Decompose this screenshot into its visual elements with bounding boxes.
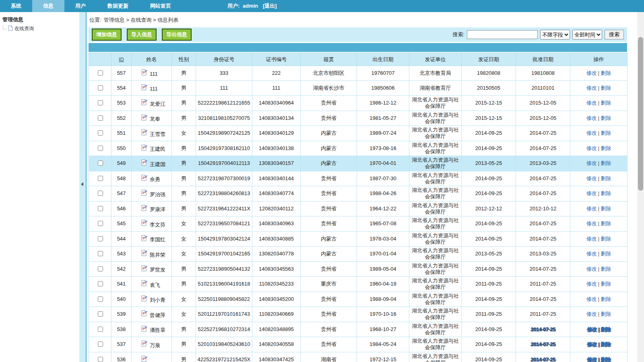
edit-link[interactable]: 修改 xyxy=(586,236,597,242)
edit-link[interactable]: 修改 xyxy=(586,115,597,121)
row-id-card: 150429197308162110 xyxy=(196,141,252,156)
row-checkbox[interactable] xyxy=(98,341,103,347)
row-checkbox[interactable] xyxy=(98,327,103,332)
row-checkbox[interactable] xyxy=(98,236,103,241)
row-checkbox[interactable] xyxy=(98,281,103,286)
row-checkbox[interactable] xyxy=(98,146,103,151)
delete-link[interactable]: 删除 xyxy=(601,85,611,91)
header-approve-date: 批准日期 xyxy=(516,53,570,66)
toolbar: 增加信息 导入信息 导出信息 搜索: 不限字段 全部时间 搜索 xyxy=(89,27,627,42)
edit-link[interactable]: 修改 xyxy=(586,206,597,212)
delete-link[interactable]: 删除 xyxy=(601,115,611,121)
delete-link[interactable]: 删除 xyxy=(601,160,611,166)
row-gender: 女 xyxy=(172,231,196,247)
sidebar-item-online-query[interactable]: 在线查询 xyxy=(0,25,79,32)
edit-link[interactable]: 修改 xyxy=(586,311,597,317)
row-id-card: 150429197004012113 xyxy=(196,156,252,171)
delete-link[interactable]: 删除 xyxy=(601,311,611,317)
sidebar-collapse-handle[interactable] xyxy=(79,12,87,362)
time-select[interactable]: 全部时间 xyxy=(572,30,602,39)
add-info-button[interactable]: 增加信息 xyxy=(92,29,122,41)
menu-item-system[interactable]: 系统 xyxy=(0,0,32,12)
edit-link[interactable]: 修改 xyxy=(586,85,597,91)
row-checkbox[interactable] xyxy=(98,221,103,226)
edit-link[interactable]: 修改 xyxy=(587,356,597,362)
row-issue-date: 2014-09-25 xyxy=(462,322,516,337)
edit-link[interactable]: 修改 xyxy=(586,145,597,151)
row-issue-date: 2014-09-25 xyxy=(462,141,516,156)
row-checkbox[interactable] xyxy=(98,130,103,136)
row-checkbox[interactable] xyxy=(98,85,103,90)
row-approve-date: 2013-03-25 xyxy=(516,156,570,171)
delete-link[interactable]: 删除 xyxy=(601,326,611,332)
row-cert-no: 140830340144 xyxy=(252,171,301,186)
edit-link[interactable]: 修改 xyxy=(586,281,597,287)
row-checkbox[interactable] xyxy=(98,100,103,105)
edit-link[interactable]: 修改 xyxy=(586,251,597,257)
row-checkbox[interactable] xyxy=(98,266,103,272)
edit-document-icon xyxy=(141,114,147,122)
import-info-button[interactable]: 导入信息 xyxy=(127,29,157,41)
row-id-card: 520103198405243610 xyxy=(196,337,252,352)
header-id-sort[interactable]: ID xyxy=(119,56,124,62)
delete-link[interactable]: 删除 xyxy=(601,251,611,257)
delete-link[interactable]: 删除 xyxy=(601,206,611,212)
delete-link[interactable]: 删除 xyxy=(601,236,611,242)
row-name: 李国红 xyxy=(150,237,165,243)
delete-link[interactable]: 删除 xyxy=(601,341,611,347)
scrollbar-thumb[interactable] xyxy=(638,37,643,191)
edit-link[interactable]: 修改 xyxy=(586,175,597,181)
row-id-card: 150429198907242125 xyxy=(196,126,252,141)
logout-link[interactable]: [退出] xyxy=(263,3,277,9)
action-separator: | xyxy=(598,251,599,257)
row-checkbox[interactable] xyxy=(98,115,103,121)
row-checkbox[interactable] xyxy=(98,160,103,166)
menu-item-info[interactable]: 信息 xyxy=(32,0,64,12)
row-approve-date: 2015-12-05 xyxy=(516,96,570,111)
row-gender: 男 xyxy=(172,277,196,292)
delete-link[interactable]: 删除 xyxy=(601,281,611,287)
edit-link[interactable]: 修改 xyxy=(586,130,597,136)
menu-item-data-update[interactable]: 数据更新 xyxy=(97,0,139,12)
edit-link[interactable]: 修改 xyxy=(586,190,597,196)
row-id-card: 150429197001042165 xyxy=(196,247,252,262)
edit-link[interactable]: 修改 xyxy=(586,266,597,272)
delete-link[interactable]: 删除 xyxy=(601,70,611,76)
delete-link[interactable]: 删除 xyxy=(601,296,611,302)
export-info-button[interactable]: 导出信息 xyxy=(162,29,192,41)
row-checkbox[interactable] xyxy=(98,206,103,211)
field-select[interactable]: 不限字段 xyxy=(540,30,570,39)
search-button[interactable]: 搜索 xyxy=(605,30,624,39)
edit-link[interactable]: 修改 xyxy=(586,70,597,76)
delete-link[interactable]: 删除 xyxy=(601,175,611,181)
row-gender: 女 xyxy=(172,216,196,232)
row-checkbox[interactable] xyxy=(98,357,103,362)
row-cert-no: 140830340138 xyxy=(252,141,301,156)
edit-link[interactable]: 修改 xyxy=(587,341,597,347)
row-checkbox[interactable] xyxy=(98,311,103,317)
edit-document-icon xyxy=(141,159,147,167)
delete-link[interactable]: 删除 xyxy=(601,220,611,226)
row-issue-date: 2015-12-15 xyxy=(462,96,516,111)
row-checkbox[interactable] xyxy=(98,70,103,76)
edit-link[interactable]: 修改 xyxy=(587,326,597,332)
delete-link[interactable]: 删除 xyxy=(601,190,611,196)
row-checkbox[interactable] xyxy=(98,191,103,196)
delete-link[interactable]: 删除 xyxy=(601,130,611,136)
delete-link[interactable]: 删除 xyxy=(601,266,611,272)
row-checkbox[interactable] xyxy=(98,296,103,302)
row-issuer: 湖北省人力资源与社会保障厅 xyxy=(409,322,462,337)
menu-item-user[interactable]: 用户 xyxy=(64,0,97,12)
edit-link[interactable]: 修改 xyxy=(586,100,597,106)
vertical-scrollbar[interactable] xyxy=(637,12,644,362)
delete-link[interactable]: 删除 xyxy=(601,356,611,362)
edit-link[interactable]: 修改 xyxy=(586,160,597,166)
delete-link[interactable]: 删除 xyxy=(601,145,611,151)
row-checkbox[interactable] xyxy=(98,251,103,256)
edit-link[interactable]: 修改 xyxy=(586,220,597,226)
edit-link[interactable]: 修改 xyxy=(586,296,597,302)
menu-item-site-home[interactable]: 网站首页 xyxy=(139,0,182,12)
search-input[interactable] xyxy=(467,30,538,39)
row-checkbox[interactable] xyxy=(98,176,103,181)
delete-link[interactable]: 删除 xyxy=(601,100,611,106)
